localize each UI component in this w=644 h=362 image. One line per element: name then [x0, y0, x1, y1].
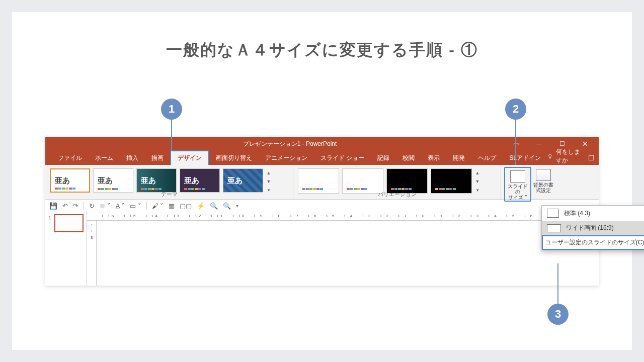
redo-icon[interactable]: ↷	[73, 202, 78, 210]
slide-size-custom[interactable]: ユーザー設定のスライドのサイズ(C)…	[542, 235, 644, 250]
slide-size-wide[interactable]: ワイド画面 (16:9)	[542, 221, 644, 235]
document-area: 1 · 1 16 · 1 15 · 1 14 · 1 13 · 1 12 · 1…	[45, 211, 599, 286]
tab-view[interactable]: 表示	[421, 151, 446, 165]
bullets-icon[interactable]: ≣ ˅	[100, 202, 111, 210]
ratio-4-3-icon	[547, 209, 559, 218]
undo-icon[interactable]: ↶	[62, 202, 68, 210]
tab-review[interactable]: 校閲	[396, 151, 421, 165]
page-title: 一般的なＡ４サイズに変更する手順 - ①	[12, 39, 632, 61]
tab-file[interactable]: ファイル	[51, 151, 89, 165]
format-painter-icon[interactable]: 🖌 ˅	[152, 202, 164, 210]
tab-insert[interactable]: 挿入	[120, 151, 145, 165]
ribbon-group-themes: 亜あ 亜あ 亜あ 亜あ 亜あ ▲▼▾ テーマ	[45, 165, 293, 199]
zoom-in-icon[interactable]: 🔍	[210, 202, 218, 210]
lightbulb-icon	[547, 153, 553, 160]
callout-1: 1	[161, 99, 182, 120]
variant-tile-1[interactable]	[298, 168, 339, 194]
action-icon[interactable]: ⚡	[197, 202, 205, 210]
tab-record[interactable]: 記録	[371, 151, 396, 165]
format-background-button[interactable]: 背景の書 式設定	[531, 167, 555, 193]
new-slide-icon[interactable]: ▦	[169, 202, 175, 210]
callout-3-line	[557, 263, 558, 304]
callout-1-line	[171, 120, 172, 151]
variant-tile-4[interactable]	[431, 168, 472, 194]
save-icon[interactable]: 💾	[49, 202, 57, 210]
theme-tile-3[interactable]: 亜あ	[136, 168, 177, 193]
slide-size-button[interactable]: スライドの サイズ ˅	[506, 168, 530, 200]
tell-me[interactable]: 何をしますか	[547, 148, 583, 165]
theme-tile-4[interactable]: 亜あ	[180, 168, 220, 193]
tab-draw[interactable]: 描画	[145, 151, 170, 165]
slide-size-highlight: スライドの サイズ ˅	[504, 167, 531, 202]
format-background-icon	[536, 169, 551, 181]
tab-animations[interactable]: アニメーション	[259, 151, 314, 165]
tab-slideshow[interactable]: スライド ショー	[314, 151, 371, 165]
tab-transitions[interactable]: 画面切り替え	[209, 151, 259, 165]
theme-tile-1[interactable]: 亜あ	[50, 168, 90, 193]
callout-3: 3	[547, 304, 569, 325]
variant-tile-2[interactable]	[342, 168, 383, 194]
theme-tile-2[interactable]: 亜あ	[93, 168, 133, 193]
window-title: プレゼンテーション1 - PowerPoint	[75, 140, 504, 148]
tab-home[interactable]: ホーム	[89, 151, 120, 165]
slide-thumbnail-preview	[54, 214, 84, 232]
slide-size-standard[interactable]: 標準 (4:3)	[542, 206, 644, 221]
callout-2: 2	[505, 99, 526, 120]
slide-size-icon	[510, 170, 525, 183]
callout-2-line	[515, 120, 516, 165]
ribbon-group-customize: スライドの サイズ ˅ 背景の書 式設定	[501, 165, 562, 199]
zoom-out-icon[interactable]: 🔍	[223, 202, 231, 210]
font-color-icon[interactable]: A ˅	[116, 202, 125, 210]
variant-tile-3[interactable]	[386, 168, 428, 194]
repeat-icon[interactable]: ↻	[89, 202, 95, 210]
tab-sl-addin[interactable]: SLアドイン	[503, 151, 547, 165]
vertical-ruler: ·18·	[87, 220, 97, 286]
shape-fill-icon[interactable]: ▭ ˅	[130, 202, 141, 210]
share-icon[interactable]: ☐	[588, 154, 595, 162]
ribbon: 亜あ 亜あ 亜あ 亜あ 亜あ ▲▼▾ テーマ ▲▼▾ バリエーション	[45, 165, 599, 200]
slide-thumbnail-pane: 1	[45, 211, 87, 286]
horizontal-ruler: · 1 16 · 1 15 · 1 14 · 1 13 · 1 12 · 1 1…	[87, 211, 599, 221]
tab-design[interactable]: デザイン	[170, 150, 209, 165]
ribbon-group-variants: ▲▼▾ バリエーション	[293, 165, 501, 199]
tab-help[interactable]: ヘルプ	[471, 151, 503, 165]
slide-canvas[interactable]: · 1 16 · 1 15 · 1 14 · 1 13 · 1 12 · 1 1…	[87, 211, 599, 286]
theme-tile-5[interactable]: 亜あ	[223, 168, 263, 193]
presentation-slide: 一般的なＡ４サイズに変更する手順 - ① 1 2 3 プレゼンテーション1 - …	[12, 12, 632, 350]
slide-size-dropdown: 標準 (4:3) ワイド画面 (16:9) ユーザー設定のスライドのサイズ(C)…	[541, 205, 644, 250]
ratio-16-9-icon	[547, 224, 561, 232]
layout-icon[interactable]: ▢▢	[180, 202, 192, 210]
tab-developer[interactable]: 開発	[446, 151, 471, 165]
slide-thumbnail-1[interactable]: 1	[48, 214, 84, 232]
